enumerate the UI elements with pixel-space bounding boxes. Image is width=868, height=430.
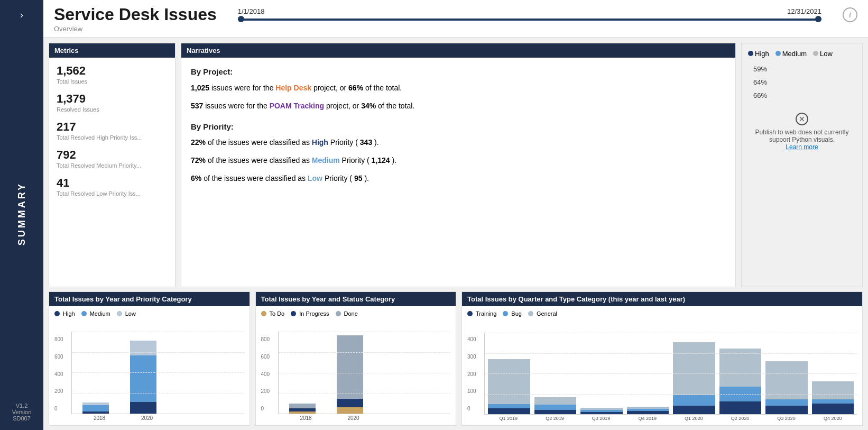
stacked3-q32019 [580,408,623,414]
narratives-card: Narratives By Project: 1,025 issues were… [181,43,736,287]
date-start: 1/1/2018 [238,7,265,15]
chart2-legend: To Do In Progress Done [261,310,451,317]
bar-2020-low [130,341,156,355]
stacked2-2018 [289,404,316,414]
narrative-34pct: 34% [361,102,376,110]
date-handle-left[interactable] [238,16,244,22]
bar2-2020-inprogress [337,399,363,407]
narratives-header: Narratives [181,43,735,58]
metrics-body: 1,562 Total Issues 1,379 Resolved Issues… [49,58,175,211]
legend-low-text: Low [125,310,136,317]
narrative-helpdesk: Help Desk [275,84,311,92]
bar3-q12020-bug [673,395,715,406]
narrative-text-5: project, or [326,102,361,110]
metrics-card: Metrics 1,562 Total Issues 1,379 Resolve… [49,43,176,287]
narratives-body: By Project: 1,025 issues were for the He… [181,58,735,193]
bar3-q12019-bug [488,404,530,408]
chart-quarter-header: Total Issues by Quarter and Type Categor… [462,292,862,306]
narrative-text-4: issues were for the [205,102,269,110]
warning-text: Publish to web does not currently suppor… [748,129,856,143]
y3-200: 200 [467,371,482,377]
bar2-2020-done [337,335,363,399]
narrative-343: 343 [360,138,372,147]
x3-q42019: Q4 2019 [626,416,669,421]
narrative-text-3: of the total. [365,84,402,92]
legend-training-item: Training [467,310,496,317]
metric-value-resolved: 1,379 [57,92,168,106]
publish-warning: ✕ Publish to web does not currently supp… [748,113,856,151]
chart1-inner: 2018 2020 [71,332,244,421]
legend-todo-item: To Do [261,310,285,317]
metric-value-high: 217 [57,120,168,134]
y-600: 600 [54,354,69,360]
bar3-q12019-training [488,408,530,414]
legend-dots: High Medium Low [748,50,833,58]
chart-priority: Total Issues by Year and Priority Catego… [49,291,250,426]
legend-inprogress-text: In Progress [299,310,329,317]
metric-label-high: Total Resolved High Priority Iss... [57,134,168,141]
bar3-q22020-bug [719,387,762,401]
stacked3-q42020 [812,381,854,414]
bar3-q22020-training [719,401,762,414]
chart-status-header: Total Issues by Year and Status Category [256,292,456,306]
date-range-area[interactable]: 1/1/2018 12/31/2021 [238,5,821,21]
metric-high-priority: 217 Total Resolved High Priority Iss... [57,120,168,141]
legend-done-item: Done [336,310,358,317]
bar2-2020-todo [337,407,363,414]
metric-total-issues: 1,562 Total Issues [57,64,168,85]
bar3-q12020-training [673,406,715,414]
legend-training-text: Training [476,310,496,317]
legend-medium-item: Medium [81,310,110,317]
narrative-1124: 1,124 [372,156,390,164]
main-content: Service Desk Issues Overview 1/1/2018 12… [43,0,868,430]
stacked3-q12020 [673,342,715,414]
bar3-q12020 [673,342,715,414]
chart3-inner: Q1 2019 Q2 2019 Q3 2019 Q4 2019 Q1 2020 … [484,333,857,421]
chart-priority-body: High Medium Low 800 600 [49,306,250,425]
bar3-q42020-training [812,404,854,414]
info-icon[interactable]: i [843,7,857,22]
narrative-p3-mid: of the issues were classified as [204,174,308,182]
date-slider[interactable] [238,19,821,21]
chart3-legend: Training Bug General [467,310,857,317]
legend-inprogress-item: In Progress [291,310,329,317]
date-end: 12/31/2021 [787,7,821,15]
sidebar-label: SUMMARY [16,182,27,245]
narrative-p1-label: Priority ( [330,138,358,147]
date-handle-right[interactable] [815,16,821,22]
date-slider-fill [238,19,821,21]
bar-2020-medium [130,355,156,402]
legend-general-text: General [537,310,557,317]
y-800: 800 [54,336,69,342]
header-title-area: Service Desk Issues Overview [54,5,217,33]
narrative-low-label: Low [308,174,322,182]
legend-bug-item: Bug [503,310,522,317]
sidebar-version: V1.2 Version SD007 [12,402,32,425]
chart3-bars-container [484,333,857,415]
bar3-q42019-training [627,411,669,414]
by-priority-title: By Priority: [191,122,234,131]
chart-status-body: To Do In Progress Done 800 600 [256,306,456,425]
bar3-q12019-general [488,359,530,404]
stacked-2018 [82,402,109,414]
header: Service Desk Issues Overview 1/1/2018 12… [43,0,868,38]
pct-59: 59% [753,63,767,76]
chart1-y-axis: 800 600 400 200 0 [54,336,71,421]
x3-q12019: Q1 2019 [487,416,530,421]
metric-value-total: 1,562 [57,64,168,78]
bar3-q12020-general [673,342,715,395]
y3-400: 400 [467,336,482,342]
legend-medium: Medium [775,50,807,58]
stacked3-q22019 [534,397,577,414]
metric-medium-priority: 792 Total Resolved Medium Priority... [57,148,168,169]
learn-more-link[interactable]: Learn more [786,143,818,151]
chart2-y-axis: 800 600 400 200 0 [261,336,278,421]
metric-label-total: Total Issues [57,78,168,85]
metric-value-medium: 792 [57,148,168,162]
y-400: 400 [54,371,69,377]
legend-medium-text: Medium [90,310,110,317]
y3-300: 300 [467,354,482,360]
narrative-95: 95 [354,174,363,182]
sidebar-arrow[interactable]: › [16,5,27,25]
y2-0: 0 [261,406,276,411]
